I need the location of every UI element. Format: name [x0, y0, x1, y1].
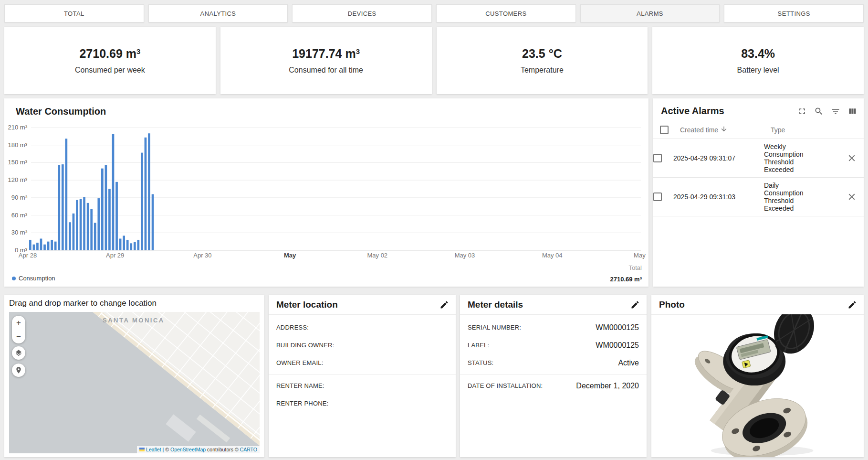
- chart-legend[interactable]: Consumption: [12, 275, 55, 282]
- field-label: OWNER EMAIL:: [276, 359, 323, 366]
- select-all-checkbox[interactable]: [660, 126, 669, 134]
- clear-alarm-icon[interactable]: [847, 192, 857, 202]
- tab-analytics[interactable]: ANALYTICS: [148, 4, 288, 22]
- field-value: Active: [618, 359, 639, 367]
- filter-icon[interactable]: [831, 107, 840, 116]
- consumption-bar-chart: 0 m³30 m³60 m³90 m³120 m³150 m³180 m³210…: [4, 98, 648, 263]
- panel-title: Meter details: [468, 300, 523, 310]
- alarm-row[interactable]: 2025-04-29 09:31:03 Daily Consumption Th…: [653, 178, 864, 216]
- zoom-out-button[interactable]: −: [12, 330, 25, 343]
- columns-icon[interactable]: [847, 107, 857, 116]
- search-icon[interactable]: [814, 107, 824, 116]
- svg-text:60 m³: 60 m³: [11, 212, 28, 219]
- meter-map-panel: Drag and drop marker to change location …: [4, 295, 264, 457]
- stat-cards-row: 2710.69 m3 Consumed per week 19177.74 m3…: [4, 27, 864, 94]
- zoom-in-button[interactable]: +: [12, 316, 25, 330]
- field-label: RENTER PHONE:: [276, 400, 329, 407]
- sort-desc-icon: [720, 125, 728, 134]
- tab-customers[interactable]: CUSTOMERS: [436, 4, 576, 22]
- active-alarms-panel: Active Alarms Created time Type: [653, 98, 864, 287]
- svg-text:120 m³: 120 m³: [8, 176, 28, 183]
- tab-devices[interactable]: DEVICES: [292, 4, 432, 22]
- clear-alarm-icon[interactable]: [847, 153, 857, 163]
- svg-text:May 02: May 02: [367, 252, 387, 259]
- row-checkbox[interactable]: [653, 193, 662, 201]
- meter-location-panel: Meter location ADDRESS: BUILDING OWNER: …: [269, 295, 456, 457]
- edit-pencil-icon[interactable]: [847, 300, 857, 310]
- chart-total: Total 2710.69 m³: [610, 264, 642, 283]
- meter-details-panel: Meter details SERIAL NUMBER:WM0000125 LA…: [460, 295, 647, 457]
- alarm-row[interactable]: 2025-04-29 09:31:07 Weekly Consumption T…: [653, 139, 864, 178]
- leaflet-map[interactable]: SANTA MONICA + − Leaflet | © OpenStreetM…: [9, 312, 260, 453]
- panel-title: Photo: [659, 300, 685, 310]
- field-label: ADDRESS:: [276, 324, 309, 331]
- svg-text:May: May: [634, 252, 646, 259]
- legend-dot-icon: [12, 277, 16, 280]
- field-label: LABEL:: [468, 342, 489, 349]
- alarm-type: Weekly Consumption Threshold Exceeded: [764, 143, 816, 173]
- divider: [269, 374, 456, 374]
- osm-link[interactable]: OpenStreetMap: [170, 447, 206, 452]
- svg-text:150 m³: 150 m³: [8, 159, 28, 166]
- type-column-header[interactable]: Type: [771, 126, 842, 134]
- field-label: SERIAL NUMBER:: [468, 324, 521, 331]
- alarms-title: Active Alarms: [661, 106, 797, 117]
- tab-alarms[interactable]: ALARMS: [580, 4, 720, 22]
- stat-value: 2710.69 m3: [79, 47, 140, 61]
- top-tab-bar: TOTAL ANALYTICS DEVICES CUSTOMERS ALARMS…: [4, 4, 864, 22]
- alarms-table-header: Created time Type: [653, 121, 864, 139]
- total-value: 2710.69 m³: [610, 276, 642, 283]
- stat-label: Consumed per week: [75, 66, 145, 75]
- field-label: DATE OF INSTALLATION:: [468, 382, 543, 389]
- divider: [460, 374, 647, 374]
- map-tiles: SANTA MONICA: [9, 312, 260, 453]
- stat-value: 23.5 °C: [522, 47, 562, 61]
- field-label: RENTER NAME:: [276, 382, 324, 389]
- row-checkbox[interactable]: [653, 154, 662, 162]
- stat-card-battery: 83.4% Battery level: [652, 27, 864, 94]
- field-value: WM0000125: [596, 323, 639, 332]
- carto-link[interactable]: CARTO: [240, 447, 257, 452]
- svg-text:180 m³: 180 m³: [8, 141, 28, 149]
- water-consumption-panel: Water Consumption 0 m³30 m³60 m³90 m³120…: [4, 98, 648, 287]
- legend-label: Consumption: [19, 275, 55, 282]
- map-marker-button[interactable]: [12, 364, 25, 377]
- svg-text:210 m³: 210 m³: [8, 124, 28, 131]
- map-layers-button[interactable]: [12, 346, 25, 360]
- created-time-column-header[interactable]: Created time: [680, 125, 771, 134]
- photo-panel: Photo: [651, 295, 864, 457]
- panel-title: Meter location: [276, 300, 338, 310]
- marker-pin-icon: [15, 366, 22, 374]
- stat-value: 83.4%: [741, 47, 775, 61]
- alarm-created-time: 2025-04-29 09:31:03: [673, 193, 764, 201]
- edit-pencil-icon[interactable]: [439, 300, 449, 310]
- map-title: Drag and drop marker to change location: [9, 299, 157, 308]
- edit-pencil-icon[interactable]: [630, 300, 640, 310]
- fullscreen-icon[interactable]: [797, 107, 807, 116]
- svg-text:Apr 30: Apr 30: [193, 252, 211, 259]
- field-label: STATUS:: [468, 359, 493, 366]
- svg-text:30 m³: 30 m³: [11, 229, 28, 236]
- total-label: Total: [610, 264, 642, 271]
- stat-card-consumed-week: 2710.69 m3 Consumed per week: [4, 27, 216, 94]
- svg-text:May: May: [284, 252, 296, 259]
- stat-label: Temperature: [521, 66, 564, 75]
- svg-text:Apr 29: Apr 29: [106, 252, 124, 259]
- stat-card-temperature: 23.5 °C Temperature: [437, 27, 648, 94]
- tab-total[interactable]: TOTAL: [4, 4, 144, 22]
- water-meter-image: [679, 314, 837, 457]
- leaflet-link[interactable]: Leaflet: [146, 447, 161, 452]
- layers-icon: [15, 349, 22, 357]
- stat-card-consumed-all-time: 19177.74 m3 Consumed for all time: [220, 27, 432, 94]
- svg-text:Apr 28: Apr 28: [19, 252, 37, 259]
- stat-label: Battery level: [737, 66, 779, 75]
- map-attribution: Leaflet | © OpenStreetMap contributors ©…: [137, 446, 260, 453]
- field-value: WM0000125: [596, 341, 639, 350]
- stat-label: Consumed for all time: [289, 66, 363, 75]
- map-zoom-control: + −: [12, 316, 25, 343]
- tab-settings[interactable]: SETTINGS: [724, 4, 864, 22]
- map-place-label: SANTA MONICA: [103, 317, 165, 324]
- ukraine-flag-icon: [139, 448, 145, 451]
- svg-text:May 04: May 04: [542, 252, 563, 259]
- stat-value: 19177.74 m3: [292, 47, 360, 61]
